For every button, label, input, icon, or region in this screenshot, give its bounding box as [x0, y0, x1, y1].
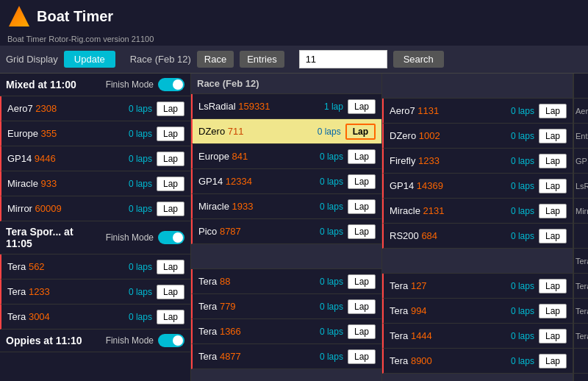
lap-button[interactable]: Lap — [157, 285, 184, 299]
lap-button[interactable]: Lap — [157, 177, 184, 191]
laps-text: 0 laps — [129, 204, 152, 214]
finish-mode-label-1: Finish Mode — [106, 79, 154, 90]
lap-button[interactable]: Lap — [157, 260, 184, 274]
finish-mode-label-3: Finish Mode — [106, 335, 154, 346]
boat-id: 2131 — [423, 205, 445, 216]
lap-button[interactable]: Lap — [348, 224, 376, 239]
stub-cell: Aero — [574, 99, 588, 124]
section-header-sep3b — [382, 374, 573, 381]
lap-button[interactable]: Lap — [157, 102, 184, 116]
col-4-stub: Aero Ent GP1 LsR Mirr Tera Tera Tera Ter… — [573, 74, 588, 381]
lap-button-active[interactable]: Lap — [345, 124, 376, 140]
race-button[interactable]: Race — [197, 51, 234, 68]
update-button[interactable]: Update — [64, 51, 115, 68]
boat-id: 60009 — [35, 203, 62, 214]
finish-mode-toggle-1[interactable] — [158, 78, 184, 91]
lap-button[interactable]: Lap — [348, 99, 376, 114]
lap-button[interactable]: Lap — [539, 179, 567, 193]
boat-id: 88 — [220, 276, 230, 287]
stub-cell — [574, 224, 588, 249]
laps-text: 0 laps — [129, 179, 152, 189]
boat-id: 3004 — [29, 311, 50, 322]
boat-name: LsRadial 159331 — [198, 101, 320, 112]
boat-row: Aero7 1131 0 laps Lap — [382, 99, 573, 124]
boat-name: Tera 4877 — [198, 351, 315, 362]
laps-text: 0 laps — [511, 131, 534, 141]
boat-name: RS200 684 — [390, 230, 506, 241]
finish-mode-toggle-2[interactable] — [158, 231, 184, 244]
laps-text: 0 laps — [129, 104, 152, 114]
boat-id: 159331 — [238, 101, 270, 112]
boat-name: Europe 841 — [198, 151, 315, 162]
lap-button[interactable]: Lap — [539, 229, 567, 243]
lap-button[interactable]: Lap — [539, 279, 567, 293]
col-2: Race (Feb 12) LsRadial 159331 1 lap Lap … — [191, 74, 382, 381]
lap-button[interactable]: Lap — [539, 329, 567, 343]
stub-cell: Mirr — [574, 199, 588, 224]
stub-cell: LsR — [574, 174, 588, 199]
lap-button[interactable]: Lap — [539, 154, 567, 168]
lap-button[interactable]: Lap — [348, 199, 376, 214]
lap-button[interactable]: Lap — [348, 274, 376, 289]
laps-text: 0 laps — [320, 202, 343, 212]
boat-id: 779 — [220, 301, 236, 312]
laps-text: 0 laps — [320, 227, 343, 237]
lap-button[interactable]: Lap — [348, 174, 376, 189]
search-input[interactable] — [299, 50, 387, 68]
laps-text: 0 laps — [511, 306, 534, 316]
stub-cell: Tera — [574, 249, 588, 274]
lap-button[interactable]: Lap — [348, 299, 376, 314]
boat-name: Firefly 1233 — [390, 155, 506, 166]
laps-text: 0 laps — [511, 156, 534, 166]
boat-id: 8787 — [220, 226, 241, 237]
section-header-tera2 — [191, 244, 381, 269]
section-title-mixed: Mixed at 11:00 — [6, 79, 101, 90]
boat-name: Tera 1366 — [198, 326, 315, 337]
entries-button[interactable]: Entries — [240, 51, 284, 68]
boat-name: Pico 8787 — [198, 226, 315, 237]
finish-mode-label-2: Finish Mode — [106, 232, 154, 243]
finish-mode-toggle-3[interactable] — [158, 334, 184, 347]
boat-row: Mirror 60009 0 laps Lap — [0, 196, 190, 221]
boat-row: Tera 562 0 laps Lap — [0, 254, 190, 279]
boat-id: 994 — [411, 305, 427, 316]
boat-name: Miracle 1933 — [198, 201, 315, 212]
section-header-race: Race (Feb 12) — [191, 74, 381, 94]
lap-button[interactable]: Lap — [539, 354, 567, 368]
stub-cell: Ent — [574, 124, 588, 149]
laps-text: 0 laps — [129, 129, 152, 139]
lap-button[interactable]: Lap — [539, 104, 567, 118]
section-header-sep3 — [382, 249, 573, 274]
lap-button[interactable]: Lap — [539, 204, 567, 218]
lap-button[interactable]: Lap — [157, 202, 184, 216]
lap-button[interactable]: Lap — [539, 129, 567, 143]
lap-button[interactable]: Lap — [539, 304, 567, 318]
boat-id: 933 — [41, 178, 57, 189]
boat-row: Tera 127 0 laps Lap — [382, 274, 573, 299]
boat-row: GP14 14369 0 laps Lap — [382, 174, 573, 199]
boat-id: 841 — [232, 151, 248, 162]
col-1: Mixed at 11:00 Finish Mode Aero7 2308 0 … — [0, 74, 191, 381]
toolbar: Grid Display Update Race (Feb 12) Race E… — [0, 46, 588, 74]
lap-button[interactable]: Lap — [157, 127, 184, 141]
lap-button[interactable]: Lap — [348, 324, 376, 339]
boat-row: Aero7 2308 0 laps Lap — [0, 96, 190, 121]
boat-id: 355 — [41, 128, 57, 139]
lap-button[interactable]: Lap — [348, 149, 376, 164]
lap-button[interactable]: Lap — [157, 310, 184, 324]
boat-row: DZero 1002 0 laps Lap — [382, 124, 573, 149]
boat-row: Tera 88 0 laps Lap — [191, 269, 381, 294]
boat-row: Europe 841 0 laps Lap — [191, 144, 381, 169]
lap-button[interactable]: Lap — [157, 152, 184, 166]
boat-id: 14369 — [417, 180, 443, 191]
lap-button[interactable]: Lap — [348, 349, 376, 364]
stub-cell: Tera — [574, 299, 588, 324]
boat-row: Pico 8787 0 laps Lap — [191, 219, 381, 244]
boat-name: Tera 779 — [198, 301, 315, 312]
search-button[interactable]: Search — [393, 51, 444, 68]
app-header: Boat Timer — [0, 0, 588, 32]
boat-row: GP14 9446 0 laps Lap — [0, 146, 190, 171]
boat-id: 684 — [421, 230, 437, 241]
boat-name: Tera 3004 — [7, 311, 124, 322]
stub-cell: GP1 — [574, 149, 588, 174]
